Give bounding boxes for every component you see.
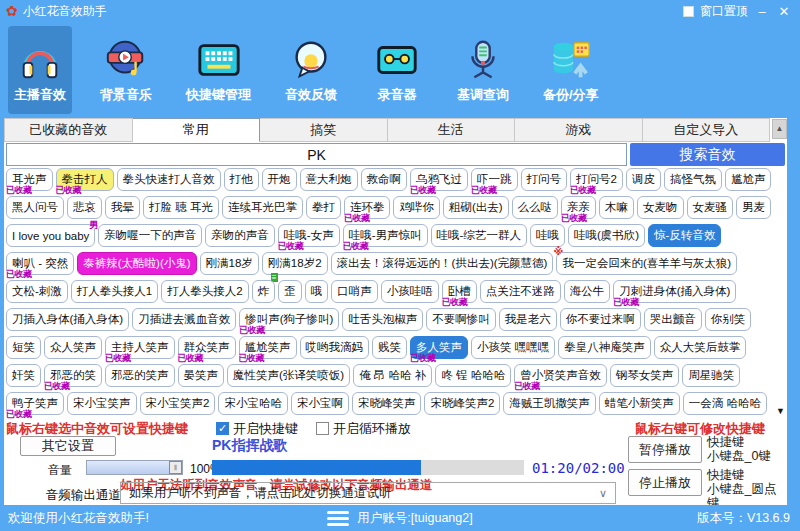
sound-effect-button[interactable]: 贱笑 bbox=[372, 336, 407, 359]
sound-effect-button[interactable]: I love you baby男 bbox=[6, 224, 95, 247]
sound-effect-button[interactable]: 文松-刺激 bbox=[6, 280, 68, 303]
sound-effect-button[interactable]: 乌鸦飞过已收藏 bbox=[410, 168, 468, 191]
sound-effect-button[interactable]: 耳光声已收藏 bbox=[6, 168, 53, 191]
tool-backup-share[interactable]: 备份/分享 bbox=[537, 26, 605, 114]
sound-effect-button[interactable]: 意大利炮 bbox=[300, 168, 358, 191]
playback-progress-bar[interactable] bbox=[212, 460, 524, 475]
sound-effect-button[interactable]: 口哨声 bbox=[331, 280, 378, 303]
sound-effect-button[interactable]: 鸭子笑声已收藏 bbox=[6, 392, 64, 415]
enable-hotkey-checkbox[interactable] bbox=[216, 422, 229, 435]
sound-effect-button[interactable]: 宋小宝哈哈 bbox=[218, 392, 288, 415]
sound-effect-button[interactable]: 鸡哔你 bbox=[393, 196, 440, 219]
sound-effect-button[interactable]: 调皮 bbox=[626, 168, 661, 191]
sound-effect-button[interactable]: 哇哦-男声惊叫已收藏 bbox=[343, 224, 428, 247]
sound-effect-button[interactable]: 打人拳头接人1 bbox=[71, 280, 158, 303]
sound-effect-button[interactable]: 女麦吻 bbox=[637, 196, 684, 219]
sound-effect-button[interactable]: 连续耳光巴掌 bbox=[222, 196, 303, 219]
sound-effect-button[interactable]: 魔性笑声(张译笑喷饭) bbox=[227, 364, 350, 387]
sound-effect-button[interactable]: 卧槽已收藏 bbox=[442, 280, 477, 303]
window-topmost-checkbox[interactable] bbox=[683, 6, 694, 17]
sound-effect-button[interactable]: 亲吻的声音 bbox=[205, 224, 275, 247]
sound-effect-button[interactable]: 黑人问号 bbox=[6, 196, 64, 219]
pause-play-button[interactable]: 暂停播放 bbox=[628, 436, 702, 463]
sound-effect-button[interactable]: 众人大笑后鼓掌 bbox=[654, 336, 747, 359]
sound-effect-button[interactable]: 喇叭 - 突然已收藏 bbox=[6, 252, 74, 275]
sound-effect-button[interactable]: 打问号2已收藏 bbox=[570, 168, 623, 191]
sound-effect-button[interactable]: 男麦 bbox=[736, 196, 771, 219]
tool-hotkey-manager[interactable]: 快捷键管理 bbox=[180, 26, 257, 114]
sound-effect-button[interactable]: 咚 锃 哈哈哈 bbox=[435, 364, 511, 387]
sound-effect-button[interactable]: 连环拳已收藏 bbox=[344, 196, 391, 219]
sound-effect-button[interactable]: 我一定会回来的(喜羊羊与灰太狼)※ bbox=[556, 252, 737, 275]
sound-effect-button[interactable]: 刚满18岁2≡ bbox=[262, 252, 328, 275]
sound-effect-button[interactable]: 蜡笔小新笑声 bbox=[599, 392, 680, 415]
sound-effect-button[interactable]: 惊-反转音效 bbox=[648, 224, 721, 247]
sound-effect-button[interactable]: 搞怪气氛 bbox=[664, 168, 722, 191]
tab-funny[interactable]: 搞笑 bbox=[260, 118, 388, 142]
sound-effect-button[interactable]: 宋小宝笑声 bbox=[67, 392, 137, 415]
tool-anchor-sound[interactable]: 主播音效 bbox=[8, 26, 72, 114]
volume-slider-thumb[interactable]: ⦀ bbox=[169, 461, 182, 474]
sound-effect-button[interactable]: 木嘛 bbox=[599, 196, 634, 219]
sound-effect-button[interactable]: 海贼王凯撒笑声 bbox=[503, 392, 596, 415]
sound-effect-button[interactable]: 悲哀 bbox=[67, 196, 102, 219]
sound-effect-button[interactable]: 亲亲已收藏 bbox=[561, 196, 596, 219]
menu-hamburger-icon[interactable] bbox=[327, 511, 349, 526]
sound-effect-button[interactable]: 主持人笑声已收藏 bbox=[105, 336, 175, 359]
user-account-text[interactable]: 用户账号:[tuiguang2] bbox=[357, 510, 472, 527]
sound-effect-button[interactable]: 歪 bbox=[278, 280, 302, 303]
search-button[interactable]: 搜索音效 bbox=[630, 143, 785, 166]
scroll-down-button[interactable]: ▼ bbox=[776, 406, 785, 416]
sound-effect-button[interactable]: 邪恶的笑已收藏 bbox=[44, 364, 102, 387]
sound-effect-button[interactable]: 钢琴女笑声 bbox=[610, 364, 680, 387]
sound-effect-button[interactable]: 滚出去！滚得远远的！(拱出去)(完颜慧德) bbox=[331, 252, 554, 275]
sound-effect-button[interactable]: 拳头快速打人音效 bbox=[117, 168, 221, 191]
tab-common[interactable]: 常用 bbox=[133, 118, 261, 142]
tab-life[interactable]: 生活 bbox=[388, 118, 516, 142]
sound-effect-button[interactable]: 哇哦(虞书欣) bbox=[568, 224, 645, 247]
volume-slider[interactable]: ⦀ bbox=[86, 460, 183, 475]
sound-effect-button[interactable]: 众人笑声 bbox=[44, 336, 102, 359]
sound-effect-button[interactable]: 宋小宝笑声2 bbox=[140, 392, 216, 415]
sound-effect-button[interactable]: 拳击打人已收藏 bbox=[56, 168, 114, 191]
search-input[interactable]: PK bbox=[6, 143, 627, 166]
sound-effect-button[interactable]: 晏笑声 bbox=[178, 364, 225, 387]
tool-recorder[interactable]: 录音器 bbox=[365, 26, 429, 114]
sound-effect-button[interactable]: 打问号 bbox=[521, 168, 568, 191]
output-channel-select[interactable]: 如果用户听不到声音，请点击此处切换通道试听 ∨ bbox=[120, 482, 616, 504]
sound-effect-button[interactable]: 哭出颤音 bbox=[644, 308, 702, 331]
sound-effect-button[interactable]: 我是老六 bbox=[499, 308, 557, 331]
sound-effect-button[interactable]: 哦 bbox=[305, 280, 329, 303]
sound-effect-button[interactable]: 俺 昂 哈哈 补 bbox=[353, 364, 432, 387]
sound-effect-button[interactable]: 哇哦-女声已收藏 bbox=[278, 224, 340, 247]
sound-effect-button[interactable]: 你别笑 bbox=[705, 308, 752, 331]
tool-background-music[interactable]: 背景音乐 bbox=[94, 26, 158, 114]
sound-effect-button[interactable]: 短笑 bbox=[6, 336, 41, 359]
sound-effect-button[interactable]: 拳皇八神庵笑声 bbox=[558, 336, 651, 359]
sound-effect-button[interactable]: 宋晓峰笑声 bbox=[352, 392, 422, 415]
sound-effect-button[interactable]: 粗砌(出去) bbox=[443, 196, 509, 219]
sound-effect-button[interactable]: 尴尬声 bbox=[725, 168, 772, 191]
sound-effect-button[interactable]: 奸笑 bbox=[6, 364, 41, 387]
other-settings-button[interactable]: 其它设置 bbox=[20, 436, 116, 456]
sound-effect-button[interactable]: 尴尬笑声已收藏 bbox=[239, 336, 297, 359]
sound-effect-button[interactable]: 刚满18岁 bbox=[200, 252, 259, 275]
sound-effect-button[interactable]: 群众笑声已收藏 bbox=[178, 336, 236, 359]
sound-effect-button[interactable]: 点关注不迷路 bbox=[480, 280, 561, 303]
sound-effect-button[interactable]: 邪恶的笑声 bbox=[105, 364, 175, 387]
sound-effect-button[interactable]: 炸 bbox=[252, 280, 276, 303]
sound-effect-button[interactable]: 泰裤辣(太酷啦)(小鬼) bbox=[77, 252, 196, 275]
sound-effect-button[interactable]: 刀插入身体(捅入身体) bbox=[6, 308, 129, 331]
sound-effect-button[interactable]: 哇哦-综艺一群人 bbox=[431, 224, 527, 247]
sound-effect-button[interactable]: 你不要过来啊 bbox=[560, 308, 641, 331]
sound-effect-button[interactable]: 我晕 bbox=[105, 196, 140, 219]
sound-effect-button[interactable]: 吓一跳已收藏 bbox=[471, 168, 518, 191]
tab-custom-import[interactable]: 自定义导入 bbox=[643, 118, 771, 142]
sound-effect-button[interactable]: 宋小宝啊 bbox=[291, 392, 349, 415]
sound-effect-button[interactable]: 拳打 bbox=[306, 196, 341, 219]
sound-effect-button[interactable]: 吐舌头泡椒声 bbox=[342, 308, 423, 331]
sound-effect-button[interactable]: 小孩笑 嘿嘿嘿 bbox=[471, 336, 555, 359]
sound-effect-button[interactable]: 哇哦 bbox=[530, 224, 565, 247]
sound-effect-button[interactable]: 不要啊惨叫 bbox=[426, 308, 496, 331]
sound-effect-button[interactable]: 刀刺进身体(捅入身体)已收藏 bbox=[613, 280, 736, 303]
